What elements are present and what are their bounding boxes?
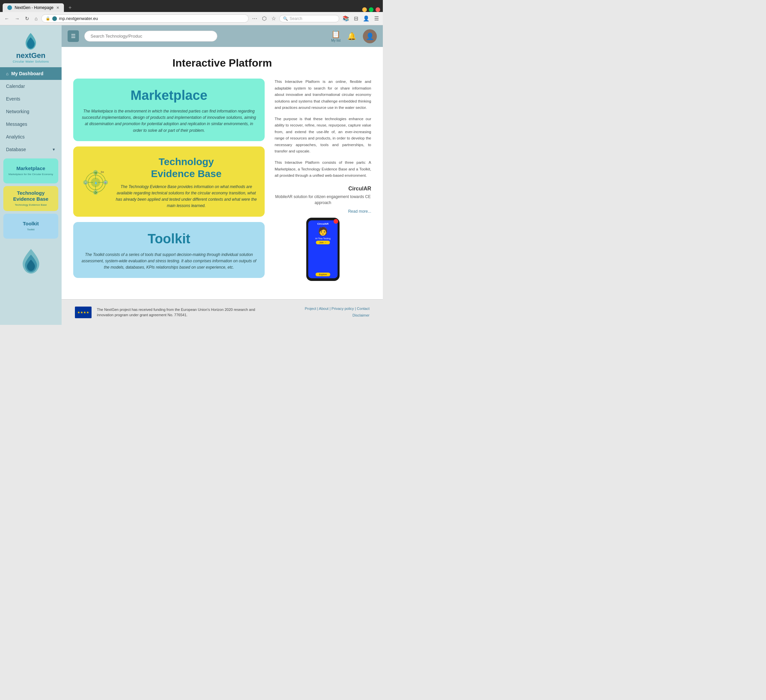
sidebar-tech-title: Technology Evidence Base <box>7 190 55 202</box>
circulAR-subtitle: MobileAR solution for citizen engagement… <box>275 194 371 206</box>
hamburger-icon: ☰ <box>71 33 76 39</box>
marketplace-card[interactable]: Marketplace The Marketplace is the envir… <box>73 79 265 141</box>
search-technology-input[interactable] <box>84 31 217 42</box>
tab-close-btn[interactable]: ✕ <box>56 6 59 10</box>
logo-svg: nextGen <box>22 31 40 51</box>
footer-about-link[interactable]: About <box>319 307 329 311</box>
sidebar-item-calendar[interactable]: Calendar <box>0 80 62 93</box>
user-avatar[interactable]: 👤 <box>363 29 377 43</box>
profile-icon[interactable]: 👤 <box>361 15 371 22</box>
forward-button[interactable]: → <box>13 14 21 23</box>
circulAR-badge <box>334 220 337 224</box>
footer-privacy-link[interactable]: Privacy policy <box>332 307 354 311</box>
pocket-icon[interactable]: ⬡ <box>261 15 268 22</box>
sidebar-item-events[interactable]: Events <box>0 93 62 105</box>
footer: ★★★★★★ The NextGen project has received … <box>62 299 383 325</box>
tech-circles-icon: 💧 🔬 ⚗️ 🌿 ♻️ <box>81 169 111 196</box>
logo-text: nextGen <box>13 51 49 60</box>
footer-eu-text: The NextGen project has received funding… <box>97 307 257 318</box>
sidebar-item-networking[interactable]: Networking <box>0 105 62 118</box>
sidebar-label-networking: Networking <box>6 109 29 114</box>
tab-favicon <box>7 5 12 10</box>
marketplace-card-title: Marketplace <box>81 88 257 103</box>
star-icon[interactable]: ☆ <box>270 15 277 22</box>
minimize-button[interactable] <box>362 7 367 12</box>
footer-project-link[interactable]: Project <box>305 307 316 311</box>
browser-search[interactable]: 🔍 Search <box>279 15 339 22</box>
window-controls <box>362 7 380 12</box>
toolkit-card-desc: The Toolkit consists of a series of tool… <box>81 252 257 271</box>
svg-text:⚗️: ⚗️ <box>104 181 107 184</box>
tech-card-title: Technology Evidence Base <box>115 156 257 180</box>
refresh-button[interactable]: ↻ <box>23 14 31 23</box>
sidebar-item-messages[interactable]: Messages <box>0 118 62 131</box>
top-bar-right: 📋 My list 🔔 👤 <box>331 29 377 43</box>
sidebar-toggle-icon[interactable]: ⊟ <box>353 15 359 22</box>
sidebar-tech-subtitle: Technology Evidence Base <box>7 203 55 207</box>
right-panel: This Interactive Platform is an online, … <box>275 79 371 281</box>
phone-explore-button[interactable]: Explore <box>316 273 330 276</box>
content-area: ☰ 📋 My list 🔔 👤 Interactive Platform <box>62 25 383 325</box>
more-options-icon[interactable]: ⋯ <box>251 15 259 22</box>
left-panels: Marketplace The Marketplace is the envir… <box>73 79 265 281</box>
footer-disclaimer-link[interactable]: Disclaimer <box>353 313 370 317</box>
notifications-bell-icon[interactable]: 🔔 <box>347 32 356 41</box>
tech-card-desc: The Technology Evidence Base provides in… <box>115 184 257 209</box>
hamburger-button[interactable]: ☰ <box>68 30 79 42</box>
read-more-link[interactable]: Read more... <box>275 209 371 214</box>
page-content: Interactive Platform Marketplace The Mar… <box>62 47 383 299</box>
sidebar-logo: nextGen nextGen Circular Water Solutions <box>9 25 53 67</box>
circulAR-title: CirculAR <box>275 186 371 192</box>
back-button[interactable]: ← <box>3 14 11 23</box>
sidebar-item-analytics[interactable]: Analytics <box>0 131 62 143</box>
footer-left: ★★★★★★ The NextGen project has received … <box>75 307 257 318</box>
tech-icon-svg: 💧 🔬 ⚗️ 🌿 ♻️ <box>81 169 111 196</box>
phone-join-button[interactable]: Join → <box>316 241 330 244</box>
toolkit-card[interactable]: Toolkit The Toolkit consists of a series… <box>73 222 265 278</box>
sidebar-item-dashboard[interactable]: ⌂ My Dashboard <box>0 67 62 80</box>
tech-card-inner: 💧 🔬 ⚗️ 🌿 ♻️ <box>81 156 257 209</box>
close-button[interactable] <box>375 7 380 12</box>
sidebar-marketplace-title: Marketplace <box>7 166 55 171</box>
dashboard-icon: ⌂ <box>6 71 9 76</box>
search-text: Search <box>290 16 302 21</box>
footer-links-row2: Disclaimer <box>305 312 370 319</box>
svg-text:💧: 💧 <box>94 181 98 185</box>
big-logo-svg <box>17 247 44 276</box>
maximize-button[interactable] <box>369 7 374 12</box>
search-icon: 🔍 <box>283 16 288 21</box>
tab-bar: NextGen - Homepage ✕ + <box>0 0 383 12</box>
lock-icon: 🔒 <box>46 16 50 21</box>
sidebar-label-events: Events <box>6 96 20 101</box>
eu-flag-svg: ★★★★★★ <box>77 308 90 317</box>
sidebar-card-marketplace[interactable]: Marketplace Marketplace for the Circular… <box>3 158 58 183</box>
chevron-down-icon: ▼ <box>52 147 55 152</box>
library-icon[interactable]: 📚 <box>341 15 351 22</box>
phone-mockup: CirculAR 🧑 Hi Tina Testing Join → Explor… <box>306 218 340 281</box>
sidebar: nextGen nextGen Circular Water Solutions… <box>0 25 62 325</box>
sidebar-label-dashboard: My Dashboard <box>11 71 43 76</box>
sidebar-card-tech[interactable]: Technology Evidence Base Technology Evid… <box>3 186 58 211</box>
logo-sub: Circular Water Solutions <box>13 60 49 63</box>
browser-chrome: NextGen - Homepage ✕ + ← → ↻ ⌂ 🔒 mp.next… <box>0 0 383 25</box>
sidebar-cards: Marketplace Marketplace for the Circular… <box>0 156 62 241</box>
active-tab[interactable]: NextGen - Homepage ✕ <box>3 3 64 12</box>
tech-card-text: Technology Evidence Base The Technology … <box>115 156 257 209</box>
menu-icon[interactable]: ☰ <box>373 15 380 22</box>
home-button[interactable]: ⌂ <box>33 14 39 23</box>
new-tab-button[interactable]: + <box>66 3 74 12</box>
sidebar-logo-big <box>17 247 44 273</box>
toolkit-card-title: Toolkit <box>81 231 257 247</box>
tech-evidence-card[interactable]: 💧 🔬 ⚗️ 🌿 ♻️ <box>73 147 265 217</box>
phone-character-icon: 🧑 <box>318 227 328 236</box>
circulAR-section: CirculAR MobileAR solution for citizen e… <box>275 186 371 281</box>
marketplace-card-desc: The Marketplace is the environment in wh… <box>81 108 257 134</box>
sidebar-label-analytics: Analytics <box>6 134 25 139</box>
sidebar-card-toolkit[interactable]: Toolkit Toolkit <box>3 214 58 239</box>
mylist-button[interactable]: 📋 My list <box>331 30 340 42</box>
eu-flag-icon: ★★★★★★ <box>75 307 92 318</box>
sidebar-item-database[interactable]: Database ▼ <box>0 143 62 156</box>
url-bar[interactable]: 🔒 mp.nextgenwater.eu <box>41 14 248 23</box>
list-icon: 📋 <box>331 30 340 39</box>
footer-contact-link[interactable]: Contact <box>357 307 370 311</box>
